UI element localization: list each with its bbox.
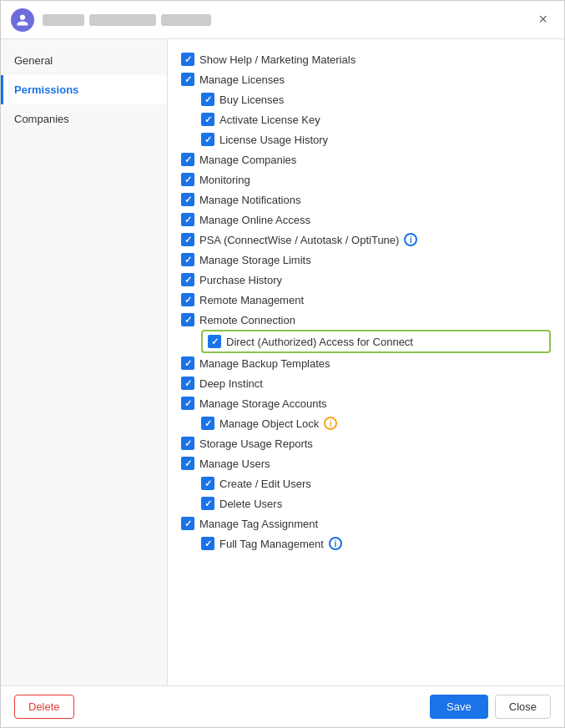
checkbox-manage-licenses[interactable] <box>181 73 194 86</box>
perm-item-remote-connection: Remote Connection <box>181 310 551 330</box>
delete-button[interactable]: Delete <box>14 695 74 719</box>
checkbox-monitoring[interactable] <box>181 173 194 186</box>
checkbox-manage-users[interactable] <box>181 457 194 470</box>
label-manage-object-lock: Manage Object Lock <box>219 417 319 430</box>
checkbox-manage-storage-accounts[interactable] <box>181 397 194 410</box>
checkbox-activate-license-key[interactable] <box>201 113 214 126</box>
checkbox-manage-object-lock[interactable] <box>201 417 214 430</box>
modal-body: General Permissions Companies Show Help … <box>1 39 564 685</box>
label-purchase-history: Purchase History <box>199 274 282 286</box>
info-icon-orange-manage-object-lock[interactable]: i <box>324 417 337 430</box>
label-manage-backup-templates: Manage Backup Templates <box>199 357 330 370</box>
perm-item-buy-licenses: Buy Licenses <box>201 89 551 109</box>
perm-item-license-usage-history: License Usage History <box>201 129 551 149</box>
label-manage-notifications: Manage Notifications <box>199 194 300 206</box>
checkbox-manage-online-access[interactable] <box>181 213 194 226</box>
sidebar-item-permissions[interactable]: Permissions <box>1 75 167 104</box>
checkbox-full-tag-management[interactable] <box>201 537 214 550</box>
label-manage-storage-accounts: Manage Storage Accounts <box>199 397 327 410</box>
footer-right-actions: Save Close <box>430 695 551 719</box>
label-psa: PSA (ConnectWise / Autotask / OptiTune) <box>199 234 399 246</box>
checkbox-manage-storage-limits[interactable] <box>181 253 194 266</box>
header-blur-2 <box>89 14 156 26</box>
checkbox-delete-users[interactable] <box>201 497 214 510</box>
perm-item-purchase-history: Purchase History <box>181 270 551 290</box>
sidebar-item-companies[interactable]: Companies <box>1 104 167 134</box>
close-button[interactable]: Close <box>495 695 551 719</box>
checkbox-storage-usage-reports[interactable] <box>181 437 194 450</box>
checkbox-manage-backup-templates[interactable] <box>181 356 194 370</box>
perm-item-activate-license-key: Activate License Key <box>201 109 551 129</box>
perm-item-manage-backup-templates: Manage Backup Templates <box>181 353 551 373</box>
perm-item-manage-tag-assignment: Manage Tag Assignment <box>181 513 551 533</box>
save-button[interactable]: Save <box>430 695 488 719</box>
info-icon-full-tag-management[interactable]: i <box>329 537 342 550</box>
label-license-usage-history: License Usage History <box>219 134 328 146</box>
checkbox-purchase-history[interactable] <box>181 273 194 286</box>
perm-item-manage-companies: Manage Companies <box>181 149 551 169</box>
label-monitoring: Monitoring <box>199 174 250 186</box>
label-manage-users: Manage Users <box>199 458 270 470</box>
perm-item-deep-instinct: Deep Instinct <box>181 373 551 393</box>
perm-item-remote-management: Remote Management <box>181 290 551 310</box>
label-remote-connection: Remote Connection <box>199 314 295 326</box>
label-manage-online-access: Manage Online Access <box>199 214 310 226</box>
header-blur-3 <box>161 14 211 26</box>
checkbox-buy-licenses[interactable] <box>201 93 214 106</box>
checkbox-remote-management[interactable] <box>181 293 194 306</box>
label-buy-licenses: Buy Licenses <box>219 94 284 106</box>
label-direct-access: Direct (Authorized) Access for Connect <box>226 336 413 348</box>
checkbox-direct-access[interactable] <box>208 335 221 348</box>
perm-item-manage-licenses: Manage Licenses <box>181 69 551 89</box>
checkbox-create-edit-users[interactable] <box>201 477 214 490</box>
perm-item-manage-notifications: Manage Notifications <box>181 190 551 210</box>
checkbox-remote-connection[interactable] <box>181 313 194 326</box>
perm-item-show-help: Show Help / Marketing Materials <box>181 49 551 69</box>
label-remote-management: Remote Management <box>199 294 304 306</box>
perm-item-manage-storage-accounts: Manage Storage Accounts <box>181 393 551 413</box>
perm-item-psa: PSA (ConnectWise / Autotask / OptiTune) … <box>181 230 551 250</box>
checkbox-manage-notifications[interactable] <box>181 193 194 206</box>
checkbox-psa[interactable] <box>181 233 194 246</box>
label-create-edit-users: Create / Edit Users <box>219 478 311 490</box>
label-full-tag-management: Full Tag Management <box>219 538 324 550</box>
perm-item-manage-users: Manage Users <box>181 453 551 473</box>
header-text <box>43 14 532 26</box>
checkbox-deep-instinct[interactable] <box>181 377 194 390</box>
perm-item-manage-object-lock: Manage Object Lock i <box>201 413 551 433</box>
checkbox-manage-tag-assignment[interactable] <box>181 517 194 530</box>
label-storage-usage-reports: Storage Usage Reports <box>199 437 313 450</box>
perm-item-storage-usage-reports: Storage Usage Reports <box>181 433 551 453</box>
header-blur-1 <box>43 14 84 26</box>
label-deep-instinct: Deep Instinct <box>199 377 263 390</box>
perm-item-create-edit-users: Create / Edit Users <box>201 473 551 493</box>
modal-footer: Delete Save Close <box>1 685 564 727</box>
modal-header: × <box>1 1 564 39</box>
sidebar: General Permissions Companies <box>1 39 168 685</box>
perm-item-manage-online-access: Manage Online Access <box>181 210 551 230</box>
perm-item-direct-access: Direct (Authorized) Access for Connect <box>201 330 551 353</box>
checkbox-manage-companies[interactable] <box>181 153 194 166</box>
sidebar-item-general[interactable]: General <box>1 46 167 75</box>
modal-container: × General Permissions Companies Show Hel… <box>0 0 565 728</box>
label-activate-license-key: Activate License Key <box>219 114 320 126</box>
perm-item-delete-users: Delete Users <box>201 493 551 513</box>
perm-item-monitoring: Monitoring <box>181 169 551 190</box>
perm-item-manage-storage-limits: Manage Storage Limits <box>181 250 551 270</box>
label-manage-licenses: Manage Licenses <box>199 73 285 86</box>
info-icon-psa[interactable]: i <box>404 233 417 246</box>
checkbox-license-usage-history[interactable] <box>201 133 214 146</box>
permissions-content: Show Help / Marketing Materials Manage L… <box>168 39 564 685</box>
label-manage-storage-limits: Manage Storage Limits <box>199 254 311 266</box>
perm-item-full-tag-management: Full Tag Management i <box>201 533 551 554</box>
label-manage-companies: Manage Companies <box>199 154 296 166</box>
checkbox-show-help[interactable] <box>181 53 194 66</box>
user-icon <box>11 8 34 32</box>
label-manage-tag-assignment: Manage Tag Assignment <box>199 518 318 530</box>
close-icon[interactable]: × <box>532 8 554 32</box>
label-delete-users: Delete Users <box>219 498 282 510</box>
label-show-help: Show Help / Marketing Materials <box>199 53 356 66</box>
